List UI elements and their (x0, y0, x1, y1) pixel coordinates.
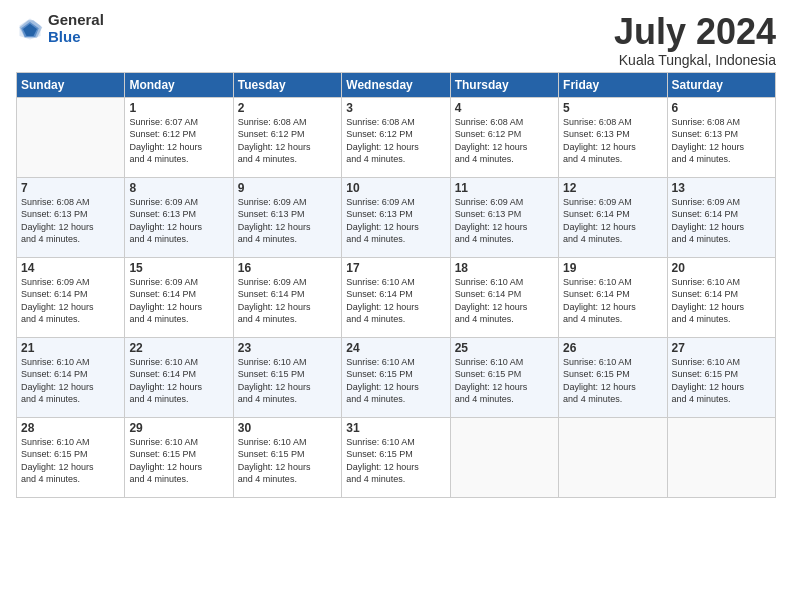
day-number: 17 (346, 261, 445, 275)
logo: General Blue (16, 12, 104, 45)
calendar-cell: 23Sunrise: 6:10 AM Sunset: 6:15 PM Dayli… (233, 337, 341, 417)
day-number: 20 (672, 261, 771, 275)
calendar-cell: 12Sunrise: 6:09 AM Sunset: 6:14 PM Dayli… (559, 177, 667, 257)
column-header-sunday: Sunday (17, 72, 125, 97)
column-header-wednesday: Wednesday (342, 72, 450, 97)
day-number: 26 (563, 341, 662, 355)
day-number: 10 (346, 181, 445, 195)
calendar-week-5: 28Sunrise: 6:10 AM Sunset: 6:15 PM Dayli… (17, 417, 776, 497)
day-info: Sunrise: 6:10 AM Sunset: 6:15 PM Dayligh… (346, 436, 445, 486)
calendar-table: SundayMondayTuesdayWednesdayThursdayFrid… (16, 72, 776, 498)
day-info: Sunrise: 6:08 AM Sunset: 6:12 PM Dayligh… (455, 116, 554, 166)
calendar-cell: 6Sunrise: 6:08 AM Sunset: 6:13 PM Daylig… (667, 97, 775, 177)
day-number: 12 (563, 181, 662, 195)
calendar-cell: 31Sunrise: 6:10 AM Sunset: 6:15 PM Dayli… (342, 417, 450, 497)
logo-general-text: General (48, 12, 104, 29)
day-info: Sunrise: 6:10 AM Sunset: 6:15 PM Dayligh… (129, 436, 228, 486)
day-info: Sunrise: 6:09 AM Sunset: 6:14 PM Dayligh… (21, 276, 120, 326)
day-info: Sunrise: 6:08 AM Sunset: 6:12 PM Dayligh… (238, 116, 337, 166)
day-number: 22 (129, 341, 228, 355)
calendar-cell: 17Sunrise: 6:10 AM Sunset: 6:14 PM Dayli… (342, 257, 450, 337)
calendar-header-row: SundayMondayTuesdayWednesdayThursdayFrid… (17, 72, 776, 97)
calendar-subtitle: Kuala Tungkal, Indonesia (614, 52, 776, 68)
column-header-thursday: Thursday (450, 72, 558, 97)
calendar-cell: 15Sunrise: 6:09 AM Sunset: 6:14 PM Dayli… (125, 257, 233, 337)
day-number: 25 (455, 341, 554, 355)
day-info: Sunrise: 6:10 AM Sunset: 6:14 PM Dayligh… (129, 356, 228, 406)
day-info: Sunrise: 6:10 AM Sunset: 6:15 PM Dayligh… (238, 356, 337, 406)
calendar-cell: 21Sunrise: 6:10 AM Sunset: 6:14 PM Dayli… (17, 337, 125, 417)
calendar-cell: 4Sunrise: 6:08 AM Sunset: 6:12 PM Daylig… (450, 97, 558, 177)
calendar-cell: 27Sunrise: 6:10 AM Sunset: 6:15 PM Dayli… (667, 337, 775, 417)
day-info: Sunrise: 6:10 AM Sunset: 6:15 PM Dayligh… (346, 356, 445, 406)
day-number: 30 (238, 421, 337, 435)
day-info: Sunrise: 6:09 AM Sunset: 6:14 PM Dayligh… (563, 196, 662, 246)
day-number: 13 (672, 181, 771, 195)
day-number: 27 (672, 341, 771, 355)
calendar-cell: 8Sunrise: 6:09 AM Sunset: 6:13 PM Daylig… (125, 177, 233, 257)
day-info: Sunrise: 6:09 AM Sunset: 6:14 PM Dayligh… (129, 276, 228, 326)
day-number: 6 (672, 101, 771, 115)
calendar-cell (667, 417, 775, 497)
day-info: Sunrise: 6:10 AM Sunset: 6:14 PM Dayligh… (455, 276, 554, 326)
calendar-cell (450, 417, 558, 497)
calendar-week-4: 21Sunrise: 6:10 AM Sunset: 6:14 PM Dayli… (17, 337, 776, 417)
calendar-title: July 2024 (614, 12, 776, 52)
column-header-monday: Monday (125, 72, 233, 97)
calendar-cell: 29Sunrise: 6:10 AM Sunset: 6:15 PM Dayli… (125, 417, 233, 497)
day-info: Sunrise: 6:10 AM Sunset: 6:15 PM Dayligh… (563, 356, 662, 406)
calendar-cell: 2Sunrise: 6:08 AM Sunset: 6:12 PM Daylig… (233, 97, 341, 177)
day-info: Sunrise: 6:08 AM Sunset: 6:12 PM Dayligh… (346, 116, 445, 166)
header: General Blue July 2024 Kuala Tungkal, In… (16, 12, 776, 68)
calendar-cell: 11Sunrise: 6:09 AM Sunset: 6:13 PM Dayli… (450, 177, 558, 257)
day-number: 3 (346, 101, 445, 115)
day-number: 31 (346, 421, 445, 435)
day-number: 23 (238, 341, 337, 355)
day-number: 16 (238, 261, 337, 275)
day-info: Sunrise: 6:10 AM Sunset: 6:14 PM Dayligh… (672, 276, 771, 326)
day-number: 24 (346, 341, 445, 355)
calendar-cell: 3Sunrise: 6:08 AM Sunset: 6:12 PM Daylig… (342, 97, 450, 177)
day-number: 14 (21, 261, 120, 275)
day-info: Sunrise: 6:09 AM Sunset: 6:13 PM Dayligh… (238, 196, 337, 246)
calendar-cell: 26Sunrise: 6:10 AM Sunset: 6:15 PM Dayli… (559, 337, 667, 417)
day-number: 11 (455, 181, 554, 195)
day-info: Sunrise: 6:08 AM Sunset: 6:13 PM Dayligh… (672, 116, 771, 166)
day-number: 2 (238, 101, 337, 115)
day-number: 8 (129, 181, 228, 195)
calendar-cell: 19Sunrise: 6:10 AM Sunset: 6:14 PM Dayli… (559, 257, 667, 337)
day-number: 29 (129, 421, 228, 435)
calendar-week-1: 1Sunrise: 6:07 AM Sunset: 6:12 PM Daylig… (17, 97, 776, 177)
calendar-cell: 5Sunrise: 6:08 AM Sunset: 6:13 PM Daylig… (559, 97, 667, 177)
calendar-cell: 14Sunrise: 6:09 AM Sunset: 6:14 PM Dayli… (17, 257, 125, 337)
day-number: 9 (238, 181, 337, 195)
day-info: Sunrise: 6:10 AM Sunset: 6:14 PM Dayligh… (346, 276, 445, 326)
day-number: 15 (129, 261, 228, 275)
calendar-cell: 28Sunrise: 6:10 AM Sunset: 6:15 PM Dayli… (17, 417, 125, 497)
day-info: Sunrise: 6:10 AM Sunset: 6:15 PM Dayligh… (455, 356, 554, 406)
calendar-cell: 16Sunrise: 6:09 AM Sunset: 6:14 PM Dayli… (233, 257, 341, 337)
day-number: 18 (455, 261, 554, 275)
calendar-cell (17, 97, 125, 177)
day-number: 19 (563, 261, 662, 275)
main-container: General Blue July 2024 Kuala Tungkal, In… (0, 0, 792, 506)
day-info: Sunrise: 6:08 AM Sunset: 6:13 PM Dayligh… (563, 116, 662, 166)
calendar-cell (559, 417, 667, 497)
day-info: Sunrise: 6:10 AM Sunset: 6:15 PM Dayligh… (672, 356, 771, 406)
calendar-cell: 20Sunrise: 6:10 AM Sunset: 6:14 PM Dayli… (667, 257, 775, 337)
calendar-week-2: 7Sunrise: 6:08 AM Sunset: 6:13 PM Daylig… (17, 177, 776, 257)
column-header-saturday: Saturday (667, 72, 775, 97)
day-number: 4 (455, 101, 554, 115)
calendar-cell: 1Sunrise: 6:07 AM Sunset: 6:12 PM Daylig… (125, 97, 233, 177)
day-info: Sunrise: 6:10 AM Sunset: 6:14 PM Dayligh… (563, 276, 662, 326)
logo-text: General Blue (48, 12, 104, 45)
day-number: 1 (129, 101, 228, 115)
calendar-cell: 10Sunrise: 6:09 AM Sunset: 6:13 PM Dayli… (342, 177, 450, 257)
logo-blue-text: Blue (48, 29, 104, 46)
day-info: Sunrise: 6:10 AM Sunset: 6:14 PM Dayligh… (21, 356, 120, 406)
calendar-cell: 7Sunrise: 6:08 AM Sunset: 6:13 PM Daylig… (17, 177, 125, 257)
day-info: Sunrise: 6:10 AM Sunset: 6:15 PM Dayligh… (21, 436, 120, 486)
calendar-cell: 18Sunrise: 6:10 AM Sunset: 6:14 PM Dayli… (450, 257, 558, 337)
day-number: 21 (21, 341, 120, 355)
calendar-cell: 9Sunrise: 6:09 AM Sunset: 6:13 PM Daylig… (233, 177, 341, 257)
